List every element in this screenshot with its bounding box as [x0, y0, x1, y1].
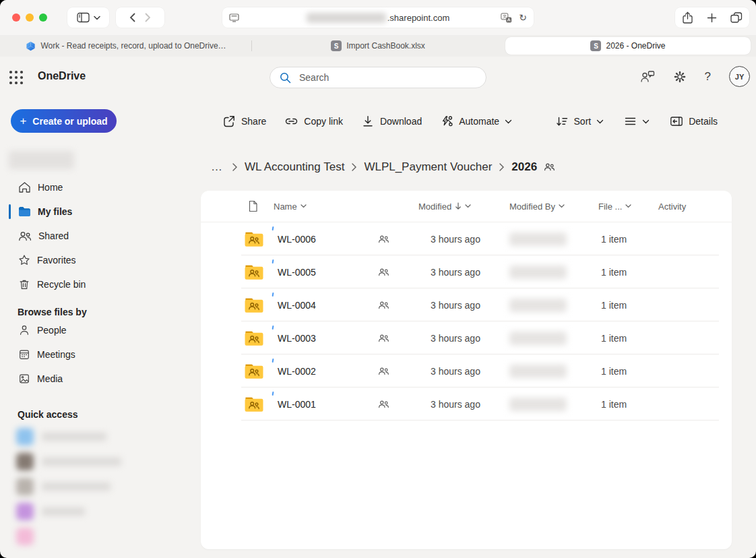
modified-time: 3 hours ago	[418, 366, 509, 377]
address-bar[interactable]: .sharepoint.com ↻	[222, 7, 534, 28]
tab-title: Import CashBook.xlsx	[346, 41, 425, 51]
quick-access-item[interactable]	[0, 499, 199, 524]
reload-icon[interactable]: ↻	[519, 13, 527, 22]
back-icon[interactable]	[129, 13, 135, 22]
translate-icon[interactable]	[501, 13, 512, 23]
sidebar-item-home[interactable]: Home	[0, 175, 199, 199]
sharepoint-favicon: S	[331, 40, 342, 51]
automate-button[interactable]: Automate	[440, 115, 512, 128]
chevron-right-icon	[232, 162, 238, 172]
search-box[interactable]	[270, 67, 486, 88]
quick-access-item[interactable]	[0, 424, 199, 449]
table-row[interactable]: WL-0005 3 hours ago	[201, 255, 732, 288]
quick-access-item[interactable]	[0, 524, 199, 549]
tab-2026-onedrive[interactable]: S 2026 - OneDrive	[505, 37, 751, 55]
settings-gear-icon[interactable]	[673, 70, 687, 84]
tab-work-agent[interactable]: Work - Read receipts, record, upload to …	[0, 35, 252, 57]
help-icon[interactable]: ?	[705, 70, 711, 84]
download-icon	[361, 115, 375, 128]
column-label: Modified By	[509, 202, 555, 212]
breadcrumb-item[interactable]: WL Accounting Test	[245, 160, 344, 174]
close-window-button[interactable]	[12, 13, 20, 22]
modified-column-header[interactable]: Modified	[418, 202, 509, 212]
chevron-down-icon	[625, 204, 631, 208]
sidebar-item-label: My files	[38, 206, 72, 217]
document-icon	[248, 200, 258, 212]
share-page-icon[interactable]	[682, 11, 693, 24]
breadcrumb-current[interactable]: 2026	[511, 160, 537, 174]
redacted-modified-by	[509, 332, 567, 345]
create-or-upload-button[interactable]: + Create or upload	[11, 109, 117, 133]
sidebar-item-shared[interactable]: Shared	[0, 224, 199, 248]
redacted-library-label	[9, 151, 74, 169]
file-count: 1 item	[598, 333, 658, 344]
shared-people-icon	[378, 301, 389, 310]
redacted-site-name	[42, 433, 106, 441]
app-launcher-icon[interactable]	[9, 71, 23, 84]
copy-link-button[interactable]: Copy link	[284, 115, 343, 128]
shared-folder-icon	[244, 396, 264, 413]
sidebar-item-meetings[interactable]: Meetings	[0, 342, 199, 367]
sidebar-item-people[interactable]: People	[0, 318, 199, 342]
tab-overview-icon[interactable]	[730, 12, 743, 24]
forward-icon[interactable]	[145, 13, 151, 22]
sidebar-item-favorites[interactable]: Favorites	[0, 248, 199, 272]
tab-import-cashbook[interactable]: S Import CashBook.xlsx	[252, 35, 504, 57]
sidebar-toggle-button[interactable]	[67, 7, 109, 28]
redacted-modified-by	[509, 232, 567, 246]
folder-name: WL-0005	[278, 267, 316, 278]
app-title: OneDrive	[38, 70, 86, 82]
tab-title: 2026 - OneDrive	[606, 41, 665, 51]
view-options-button[interactable]	[624, 116, 650, 127]
sharepoint-favicon: S	[590, 40, 601, 51]
sort-button[interactable]: Sort	[556, 115, 604, 128]
file-count-column-header[interactable]: File ...	[598, 202, 658, 212]
modified-by-column-header[interactable]: Modified By	[509, 202, 598, 212]
name-annotation-mark	[272, 226, 274, 230]
file-type-column-header[interactable]	[241, 200, 274, 212]
modified-time: 3 hours ago	[418, 399, 509, 410]
people-icon	[18, 230, 32, 242]
sidebar: + Create or upload Home My files	[0, 98, 199, 558]
shared-folder-icon	[244, 363, 264, 380]
table-row[interactable]: WL-0006 3 hours ago	[201, 222, 732, 255]
automate-label: Automate	[459, 116, 499, 127]
sidebar-item-my-files[interactable]: My files	[0, 199, 199, 224]
table-row[interactable]: WL-0002 3 hours ago	[201, 354, 732, 388]
address-domain: .sharepoint.com	[387, 13, 450, 23]
share-button[interactable]: Share	[222, 115, 266, 128]
sidebar-item-media[interactable]: Media	[0, 367, 199, 391]
table-row[interactable]: WL-0001 3 hours ago	[201, 388, 732, 421]
name-annotation-mark	[272, 259, 274, 263]
redacted-modified-by	[509, 398, 567, 411]
column-label: Activity	[658, 202, 686, 212]
search-input[interactable]	[299, 72, 476, 83]
new-tab-icon[interactable]	[707, 13, 717, 23]
window-controls	[12, 13, 47, 22]
minimize-window-button[interactable]	[26, 13, 34, 22]
modified-time: 3 hours ago	[418, 300, 509, 311]
zoom-window-button[interactable]	[39, 13, 47, 22]
row-divider	[241, 420, 719, 421]
table-row[interactable]: WL-0004 3 hours ago	[201, 288, 732, 321]
activity-column-header[interactable]: Activity	[658, 202, 732, 212]
quick-access-item[interactable]	[0, 449, 199, 474]
redacted-modified-by	[509, 266, 567, 279]
name-column-header[interactable]: Name	[274, 202, 391, 212]
sidebar-item-recycle-bin[interactable]: Recycle bin	[0, 272, 199, 297]
modified-time: 3 hours ago	[418, 234, 509, 245]
chevron-down-icon	[559, 204, 565, 208]
nav-buttons	[116, 7, 164, 28]
quick-access-item[interactable]	[0, 474, 199, 499]
download-button[interactable]: Download	[361, 115, 422, 128]
tab-bar: Work - Read receipts, record, upload to …	[0, 35, 756, 57]
breadcrumb-overflow-button[interactable]: …	[209, 160, 225, 174]
feedback-icon[interactable]	[640, 70, 655, 84]
breadcrumb-item[interactable]: WLPL_Payment Voucher	[364, 160, 492, 174]
details-button[interactable]: Details	[670, 115, 718, 127]
chevron-right-icon	[351, 162, 357, 172]
safari-window: .sharepoint.com ↻	[0, 0, 756, 558]
table-row[interactable]: WL-0003 3 hours ago	[201, 321, 732, 354]
avatar[interactable]: JY	[729, 66, 750, 87]
sidebar-icon	[77, 12, 90, 23]
